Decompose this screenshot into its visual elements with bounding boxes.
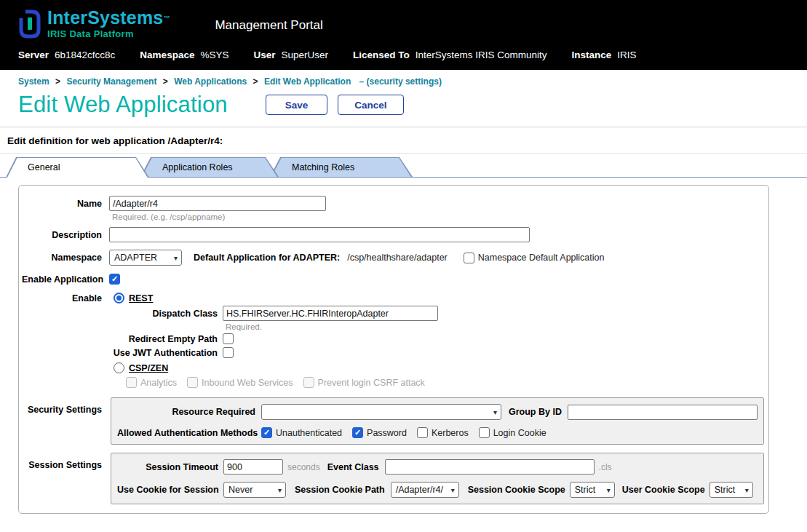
unauthenticated-checkbox[interactable]: ✓ [261, 427, 272, 438]
prevent-login-csrf-checkbox[interactable]: ✓ [303, 377, 314, 388]
inbound-web-services-checkbox[interactable]: ✓ [187, 377, 198, 388]
enable-application-checkbox[interactable]: ✓ [109, 274, 120, 285]
event-class-suffix: .cls [599, 462, 612, 472]
session-cookie-scope-label: Session Cookie Scope [468, 485, 565, 495]
use-jwt-authentication-label: Use JWT Authentication [22, 348, 218, 358]
namespace-select-value: ADAPTER [114, 253, 157, 263]
breadcrumb-link-system[interactable]: System [18, 76, 49, 87]
info-user: UserSuperUser [253, 49, 328, 60]
info-label-licensed-to: Licensed To [353, 49, 410, 60]
server-info-bar: Server6b1842cfcc8c Namespace%SYS UserSup… [0, 42, 807, 60]
info-value-namespace: %SYS [200, 49, 228, 60]
analytics-checkbox[interactable]: ✓ [126, 377, 137, 388]
breadcrumb-link-edit-web-application[interactable]: Edit Web Application [264, 76, 351, 87]
namespace-default-application-label: Namespace Default Application [478, 253, 605, 263]
chevron-down-icon: ▾ [745, 486, 749, 494]
resource-required-select[interactable]: ▾ [261, 404, 501, 420]
intersystems-logo-icon [18, 9, 41, 39]
user-cookie-scope-label: User Cookie Scope [622, 485, 705, 495]
breadcrumb-separator-icon: > [163, 76, 168, 87]
password-checkbox[interactable]: ✓ [352, 427, 363, 438]
chevron-down-icon: ▾ [278, 486, 282, 494]
tab-content: Name Required. (e.g. /csp/appname) Descr… [0, 178, 807, 514]
info-label-server: Server [18, 49, 49, 60]
session-timeout-input[interactable] [223, 459, 283, 475]
tab-matching-roles-label: Matching Roles [270, 162, 354, 172]
session-cookie-path-label: Session Cookie Path [295, 485, 385, 495]
description-input[interactable] [109, 227, 530, 242]
session-timeout-unit: seconds [287, 462, 320, 472]
dispatch-class-label: Dispatch Class [22, 309, 218, 319]
tab-matching-roles[interactable]: Matching Roles [270, 157, 413, 177]
namespace-select[interactable]: ADAPTER ▾ [109, 250, 182, 266]
cancel-button[interactable]: Cancel [338, 95, 403, 115]
enable-label: Enable [22, 293, 102, 303]
namespace-default-application-checkbox[interactable]: ✓ [464, 253, 474, 263]
session-settings-label: Session Settings [22, 453, 102, 470]
tab-application-roles[interactable]: Application Roles [140, 157, 279, 177]
tab-general[interactable]: General [6, 157, 149, 178]
use-cookie-for-session-value: Never [228, 485, 253, 495]
check-icon: ✓ [263, 429, 270, 437]
event-class-input[interactable] [385, 459, 595, 475]
use-jwt-authentication-checkbox[interactable]: ✓ [223, 347, 234, 358]
kerberos-checkbox[interactable]: ✓ [417, 427, 428, 438]
name-label: Name [22, 199, 102, 209]
breadcrumb-link-web-applications[interactable]: Web Applications [174, 76, 247, 87]
user-cookie-scope-value: Strict [715, 485, 735, 495]
info-label-namespace: Namespace [140, 49, 194, 60]
session-timeout-label: Session Timeout [117, 462, 218, 472]
redirect-empty-path-label: Redirect Empty Path [22, 334, 218, 344]
name-input[interactable] [109, 196, 326, 211]
info-instance: InstanceIRIS [572, 49, 637, 60]
page-title: Edit Web Application [18, 92, 228, 118]
chevron-down-icon: ▾ [451, 486, 455, 494]
session-cookie-scope-select[interactable]: Strict ▾ [570, 482, 615, 498]
tab-general-label: General [6, 162, 60, 172]
info-server: Server6b1842cfcc8c [18, 49, 115, 60]
page-subtitle: Edit definition for web application /Ada… [0, 127, 807, 153]
use-cookie-for-session-select[interactable]: Never ▾ [223, 482, 286, 498]
login-cookie-checkbox[interactable]: ✓ [479, 427, 490, 438]
login-cookie-label: Login Cookie [493, 428, 546, 438]
check-icon: ✓ [354, 429, 361, 437]
cspzen-label[interactable]: CSP/ZEN [129, 363, 168, 373]
info-value-instance: IRIS [617, 49, 636, 60]
description-label: Description [22, 230, 102, 240]
breadcrumb-suffix: – (security settings) [359, 76, 442, 87]
dispatch-class-input[interactable] [223, 306, 438, 321]
portal-title: Management Portal [215, 18, 322, 33]
inbound-web-services-label: Inbound Web Services [202, 378, 293, 388]
title-row: Edit Web Application Save Cancel [0, 90, 807, 120]
radio-dot [116, 295, 122, 301]
redirect-empty-path-checkbox[interactable]: ✓ [223, 333, 234, 344]
info-value-licensed-to: InterSystems IRIS Community [416, 49, 547, 60]
session-cookie-path-value: /Adapter/r4/ [396, 485, 443, 495]
enable-application-label: Enable Application [22, 274, 102, 285]
dispatch-class-hint: Required. [226, 322, 764, 331]
password-label: Password [367, 428, 407, 438]
check-icon: ✓ [111, 275, 118, 283]
save-button[interactable]: Save [266, 95, 328, 115]
user-cookie-scope-select[interactable]: Strict ▾ [709, 482, 753, 498]
trademark-symbol: ™ [163, 15, 170, 22]
info-label-user: User [253, 49, 275, 60]
intersystems-logo: InterSystems™ IRIS Data Platform [18, 9, 170, 39]
security-settings-label: Security Settings [22, 397, 102, 415]
chevron-down-icon: ▾ [174, 254, 178, 262]
name-hint: Required. (e.g. /csp/appname) [112, 213, 764, 221]
rest-radio[interactable] [114, 293, 124, 303]
breadcrumb-link-security-management[interactable]: Security Management [66, 76, 156, 87]
info-value-user: SuperUser [281, 49, 328, 60]
breadcrumb: System > Security Management > Web Appli… [0, 70, 807, 87]
breadcrumb-separator-icon: > [253, 76, 258, 87]
session-cookie-path-select[interactable]: /Adapter/r4/ ▾ [391, 482, 459, 498]
top-header: InterSystems™ IRIS Data Platform Managem… [0, 0, 807, 70]
cspzen-radio[interactable] [114, 362, 124, 373]
form-panel: Name Required. (e.g. /csp/appname) Descr… [18, 185, 769, 514]
event-class-label: Event Class [327, 462, 379, 472]
default-application-value: /csp/healthshare/adapter [347, 253, 448, 263]
info-label-instance: Instance [572, 49, 612, 60]
rest-label[interactable]: REST [129, 293, 153, 303]
group-by-id-input[interactable] [568, 405, 758, 420]
